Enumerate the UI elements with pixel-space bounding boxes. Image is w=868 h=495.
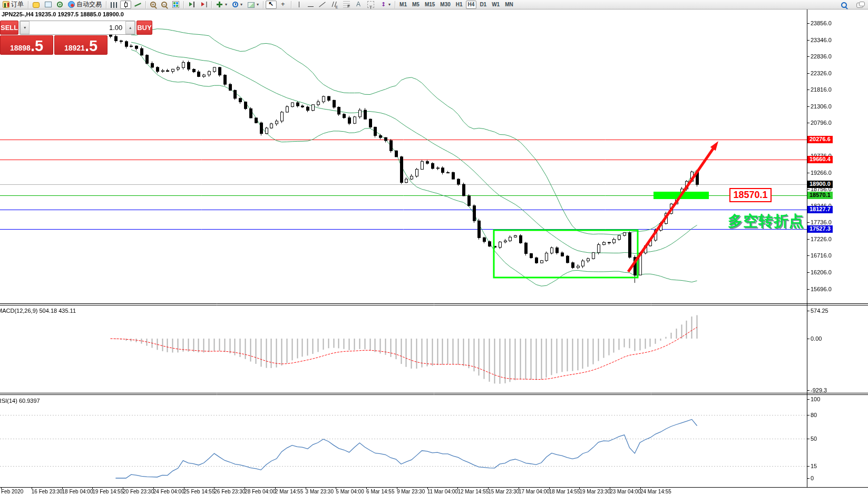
periods-icon (232, 2, 238, 7)
candlestick-chart-icon (122, 1, 129, 8)
toolbar-separator (28, 1, 28, 8)
macd-axis-tick: 574.25 (811, 308, 828, 314)
toolbar-button-arrows[interactable]: ▾ (377, 1, 393, 9)
time-axis-label: 20 Feb 23:30 (123, 489, 154, 494)
toolbar-separator (395, 1, 395, 8)
volume-increase-button[interactable]: ▴ (125, 21, 135, 34)
price-tag-17527.3: 17527.3 (807, 225, 833, 233)
toolbar-button-timeframe-h4[interactable]: H4 (466, 1, 477, 9)
auto-scroll-icon (188, 1, 195, 8)
price-tag-18127.7: 18127.7 (807, 206, 833, 213)
toolbar-button-auto-scroll[interactable] (186, 1, 197, 9)
toolbar-button-zoom-out[interactable] (159, 1, 169, 9)
toolbar-button-terminal[interactable] (43, 1, 54, 9)
toolbar-button-vertical-line[interactable] (294, 1, 305, 9)
toolbar-button-timeframe-d1[interactable]: D1 (477, 1, 489, 9)
price-chart[interactable] (0, 0, 868, 495)
toolbar-button-crosshair[interactable] (278, 1, 289, 9)
templates-icon (248, 2, 255, 8)
text-icon (355, 1, 362, 8)
time-axis-label: 18 Mar 14:55 (549, 489, 580, 494)
volume-input[interactable] (30, 21, 125, 34)
price-tag-18900.0: 18900.0 (807, 181, 833, 188)
toolbar-button-timeframe-m5[interactable]: M5 (410, 1, 422, 9)
price-axis-tick: 20796.0 (811, 120, 832, 126)
macd-indicator-label: MACD(12,26,9) 504.18 435.11 (0, 308, 76, 314)
time-axis-label: 12 Mar 14:55 (457, 489, 489, 494)
toolbar-button-signals[interactable] (55, 1, 65, 9)
buy-button[interactable]: BUY (136, 21, 152, 35)
volume-decrease-button[interactable]: ▾ (20, 21, 30, 34)
toolbar-button-chart-shift[interactable] (198, 1, 209, 9)
time-axis-label: 19 Feb 14:55 (92, 489, 123, 494)
arrows-icon (379, 1, 386, 8)
toolbar-separator (145, 1, 146, 8)
caret-up-icon: ▴ (129, 25, 131, 30)
toolbar-button-timeframe-m15[interactable]: M15 (423, 1, 437, 9)
time-axis-label: 2 Mar 14:55 (275, 489, 303, 494)
price-axis-tick: 23856.0 (811, 20, 832, 26)
toolbar-button-timeframe-w1[interactable]: W1 (490, 1, 502, 9)
toolbar-button-timeframe-h1[interactable]: H1 (454, 1, 465, 9)
toolbar-button-timeframe-m1[interactable]: M1 (397, 1, 409, 9)
time-axis-label: 17 Mar 04:00 (519, 489, 550, 494)
mt4-platform-window: 订单自动交易▾▾▾▾M1M5M15M30H1H4D1W1MN JPN225-,H… (0, 0, 868, 495)
price-tag-20276.6: 20276.6 (807, 136, 833, 143)
time-axis-label: 19 Mar 23:30 (579, 489, 610, 494)
toolbar-button-candlestick-chart[interactable] (120, 1, 131, 9)
toolbar-button-chat[interactable] (854, 1, 865, 9)
toolbar-button-cursor[interactable] (266, 1, 277, 9)
macd-axis-tick: -929.3 (811, 387, 827, 393)
time-axis-label: 25 Feb 14:55 (184, 489, 215, 494)
toolbar-button-templates[interactable]: ▾ (246, 1, 261, 9)
time-axis-label: 23 Mar 04:00 (610, 489, 641, 494)
search-icon (841, 2, 847, 8)
equidistant-channel-icon (330, 1, 339, 8)
rsi-axis-tick: 0 (811, 475, 814, 481)
text-label-icon (367, 1, 374, 8)
price-tag-18570.1: 18570.1 (807, 192, 833, 199)
toolbar-button-timeframe-mn[interactable]: MN (503, 1, 515, 9)
buy-price-button[interactable]: 18921.5 (54, 35, 108, 55)
signals-icon (57, 2, 63, 7)
toolbar-button-timeframe-m30[interactable]: M30 (438, 1, 452, 9)
toolbar-button-periods[interactable]: ▾ (230, 1, 245, 9)
toolbar-button-zoom-in[interactable] (148, 1, 158, 9)
sell-button[interactable]: SELL (0, 21, 18, 35)
toolbar-button-history-center[interactable] (31, 1, 42, 9)
toolbar-button-equidistant-channel[interactable] (329, 1, 340, 9)
toolbar-button-text[interactable] (353, 1, 364, 9)
buy-price-main: 18921 (64, 42, 85, 54)
toolbar-button-new-order[interactable]: 订单 (1, 1, 26, 9)
toolbar-separator (211, 1, 212, 8)
price-axis-tick: 21816.0 (811, 86, 832, 93)
toolbar-button-line-chart[interactable] (132, 1, 143, 9)
history-center-icon (33, 2, 40, 8)
zoom-in-icon (150, 2, 156, 7)
sell-price-main: 18898 (10, 42, 31, 54)
price-tag-19660.4: 19660.4 (807, 156, 833, 163)
toolbar-button-text-label[interactable] (365, 1, 376, 9)
toolbar-button-fibonacci-retracement[interactable] (341, 1, 352, 9)
toolbar-button-indicators[interactable]: ▾ (214, 1, 229, 9)
timeframe-m1-label: M1 (399, 2, 407, 7)
sell-price-button[interactable]: 18898.5 (0, 35, 53, 55)
toolbar-button-auto-trading[interactable]: 自动交易 (66, 1, 104, 9)
toolbar-button-search[interactable] (839, 1, 849, 9)
timeframe-h1-label: H1 (456, 2, 463, 7)
toolbar-button-trend-line[interactable] (317, 1, 328, 9)
trend-line-icon (319, 1, 326, 8)
toolbar-button-bar-chart[interactable] (109, 1, 119, 9)
turning-point-annotation: 多空转折点 (728, 211, 804, 231)
time-axis-label: 6 Mar 14:55 (366, 489, 394, 494)
rsi-indicator-label: RSI(14) 60.9397 (0, 398, 40, 404)
timeframe-d1-label: D1 (480, 2, 486, 7)
rsi-axis-tick: 50 (811, 435, 817, 442)
indicators-icon (216, 1, 223, 8)
timeframe-h4-label: H4 (468, 2, 475, 7)
price-axis-tick: 22836.0 (811, 53, 832, 60)
toolbar-button-tile-windows[interactable] (170, 1, 181, 9)
timeframe-m15-label: M15 (425, 2, 435, 7)
price-axis-tick: 15696.0 (811, 286, 832, 292)
toolbar-button-horizontal-line[interactable] (306, 1, 316, 9)
